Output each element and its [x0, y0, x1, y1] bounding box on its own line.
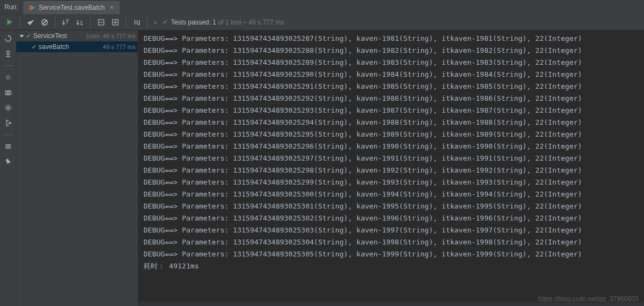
check-icon: ✔	[32, 44, 36, 51]
divider	[126, 17, 126, 28]
console-line: DEBUG==> Parameters: 1315947434893025291…	[144, 81, 639, 93]
layout-button[interactable]	[2, 140, 14, 152]
tree-child-row[interactable]: ✔ saveBatch 49 s 777 ms	[16, 41, 138, 52]
console-line: DEBUG==> Parameters: 1315947434893025299…	[144, 176, 639, 188]
console-line: DEBUG==> Parameters: 1315947434893025300…	[144, 188, 639, 200]
exit-button[interactable]	[2, 117, 14, 129]
gutter-separator	[3, 65, 13, 66]
chevrons-icon: »	[154, 19, 157, 26]
console-line: DEBUG==> Parameters: 1315947434893025295…	[144, 128, 639, 140]
scroll-to-end-button[interactable]	[131, 16, 143, 28]
sort-button[interactable]	[60, 16, 72, 28]
dump-button[interactable]	[2, 87, 14, 99]
tree-root-label: ServiceTest	[33, 32, 67, 40]
console-line: DEBUG==> Parameters: 1315947434893025301…	[144, 200, 639, 212]
test-tree: ✔ ServiceTest (com. 49 s 777 ms ✔ saveBa…	[16, 30, 138, 306]
main-area: ✔ ServiceTest (com. 49 s 777 ms ✔ saveBa…	[0, 30, 644, 306]
tab-title: ServiceTest.saveBatch	[39, 4, 104, 11]
run-button[interactable]	[3, 16, 15, 28]
console-line: 耗时： 49121ms	[144, 260, 639, 272]
rerun-button[interactable]	[2, 33, 14, 45]
console-line: DEBUG==> Parameters: 1315947434893025305…	[144, 248, 639, 260]
console-line: DEBUG==> Parameters: 1315947434893025304…	[144, 236, 639, 248]
test-toolbar: » ✔ Tests passed: 1 of 1 test – 49 s 777…	[0, 14, 644, 30]
console-line: DEBUG==> Parameters: 1315947434893025289…	[144, 57, 639, 69]
check-icon: ✔	[163, 19, 168, 26]
console-line: DEBUG==> Parameters: 1315947434893025303…	[144, 224, 639, 236]
svg-line-4	[42, 20, 47, 25]
settings-button[interactable]	[2, 102, 14, 114]
check-icon: ✔	[26, 33, 31, 40]
console-line: DEBUG==> Parameters: 1315947434893025297…	[144, 152, 639, 164]
console-line: DEBUG==> Parameters: 1315947434893025293…	[144, 105, 639, 117]
tab-close-button[interactable]: ×	[110, 4, 114, 11]
run-tab[interactable]: ServiceTest.saveBatch ×	[23, 1, 119, 14]
console-line: DEBUG==> Parameters: 1315947434893025294…	[144, 117, 639, 128]
expand-all-button[interactable]	[95, 16, 107, 28]
divider	[90, 17, 91, 28]
left-gutter	[0, 30, 16, 306]
gutter-separator	[3, 134, 13, 135]
svg-point-15	[7, 107, 9, 109]
top-bar: Run: ServiceTest.saveBatch ×	[0, 0, 644, 14]
console-output[interactable]: DEBUG==> Parameters: 1315947434893025287…	[138, 30, 644, 306]
svg-point-14	[7, 92, 9, 94]
svg-point-11	[7, 53, 9, 55]
console-line: DEBUG==> Parameters: 1315947434893025290…	[144, 69, 639, 81]
tree-root-detail: (com. 49 s 777 ms	[86, 33, 135, 39]
tree-child-label: saveBatch	[39, 43, 69, 51]
svg-marker-10	[8, 35, 9, 37]
show-passed-toggle[interactable]	[24, 16, 36, 28]
expand-arrow-icon[interactable]	[20, 35, 24, 38]
collapse-all-button[interactable]	[109, 16, 121, 28]
console-line: DEBUG==> Parameters: 1315947434893025288…	[144, 45, 639, 57]
divider	[147, 17, 147, 28]
console-line: DEBUG==> Parameters: 1315947434893025302…	[144, 212, 639, 224]
console-line: DEBUG==> Parameters: 1315947434893025298…	[144, 164, 639, 176]
svg-marker-2	[7, 19, 13, 25]
tests-passed-label: Tests passed: 1 of 1 test – 49 s 777 ms	[171, 19, 284, 26]
divider	[55, 17, 55, 28]
console-line: DEBUG==> Parameters: 1315947434893025292…	[144, 93, 639, 105]
sort-alpha-button[interactable]	[74, 16, 86, 28]
toggle-button[interactable]	[2, 48, 14, 60]
run-config-icon	[29, 4, 36, 11]
tree-child-detail: 49 s 777 ms	[103, 44, 135, 50]
tree-root-row[interactable]: ✔ ServiceTest (com. 49 s 777 ms	[16, 30, 138, 41]
pin-button[interactable]	[2, 156, 14, 168]
show-ignored-toggle[interactable]	[39, 16, 51, 28]
console-text: DEBUG==> Parameters: 1315947434893025287…	[138, 30, 644, 274]
console-line: DEBUG==> Parameters: 1315947434893025287…	[144, 33, 639, 45]
run-label: Run:	[4, 3, 18, 11]
console-line: DEBUG==> Parameters: 1315947434893025296…	[144, 140, 639, 152]
divider	[20, 17, 20, 28]
stop-button[interactable]	[2, 71, 14, 83]
horizontal-scrollbar[interactable]	[138, 302, 644, 306]
svg-rect-12	[6, 75, 10, 79]
